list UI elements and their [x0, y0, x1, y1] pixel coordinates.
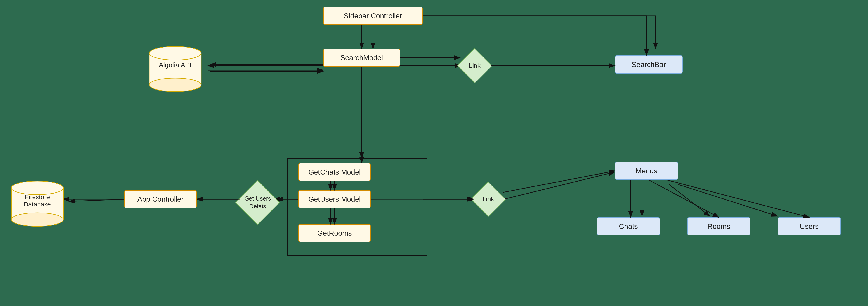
chats-label: Chats	[619, 222, 638, 231]
svg-line-12	[678, 185, 778, 216]
getchats-model-label: GetChats Model	[308, 168, 361, 176]
search-bar-label: SearchBar	[631, 60, 666, 69]
menus-label: Menus	[636, 167, 657, 175]
link-diamond-top-label: Link	[469, 62, 480, 69]
getusers-model-box: GetUsers Model	[298, 190, 371, 208]
inner-conn2	[330, 208, 331, 225]
users-label: Users	[800, 222, 819, 231]
svg-point-23	[11, 213, 63, 226]
chats-box: Chats	[597, 217, 660, 235]
svg-line-9	[504, 172, 615, 199]
svg-point-22	[11, 181, 63, 195]
arrows-svg	[0, 0, 868, 306]
users-box: Users	[778, 217, 841, 235]
svg-line-30	[667, 180, 809, 217]
getrooms-box: GetRooms	[298, 224, 371, 242]
diagram-container: Sidebar Controller SearchModel Link Sear…	[0, 0, 868, 306]
rooms-box: Rooms	[687, 217, 750, 235]
menus-box: Menus	[615, 162, 678, 180]
link-diamond-bottom: Link	[473, 185, 503, 214]
firestore-db-cylinder: Firestore Database	[7, 176, 68, 226]
svg-point-18	[149, 78, 201, 92]
svg-line-29	[649, 180, 719, 217]
getusers-model-label: GetUsers Model	[308, 195, 361, 203]
getrooms-label: GetRooms	[317, 229, 352, 238]
getchats-model-box: GetChats Model	[298, 163, 371, 181]
link-diamond-bottom-label: Link	[483, 195, 494, 203]
svg-line-11	[669, 185, 710, 216]
svg-point-17	[149, 47, 201, 60]
svg-line-33	[69, 199, 124, 201]
app-controller-label: App Controller	[137, 195, 184, 203]
app-controller-box: App Controller	[124, 190, 197, 208]
link-diamond-top: Link	[460, 51, 489, 80]
get-users-details-label: Get Users Detais	[240, 195, 276, 210]
algolia-api-label: Algolia API	[145, 61, 206, 69]
firestore-db-label: Firestore Database	[7, 194, 68, 208]
rooms-label: Rooms	[707, 222, 730, 231]
svg-line-27	[503, 171, 615, 192]
get-users-details-diamond: Get Users Detais	[240, 185, 276, 221]
extra-arrows	[0, 0, 868, 306]
sidebar-controller-label: Sidebar Controller	[344, 12, 402, 20]
search-model-box: SearchModel	[323, 49, 400, 67]
algolia-api-cylinder: Algolia API	[145, 42, 206, 92]
inner-conn1	[330, 181, 331, 191]
sidebar-controller-box: Sidebar Controller	[323, 7, 423, 25]
search-model-label: SearchModel	[340, 54, 383, 62]
search-bar-box: SearchBar	[615, 55, 683, 74]
